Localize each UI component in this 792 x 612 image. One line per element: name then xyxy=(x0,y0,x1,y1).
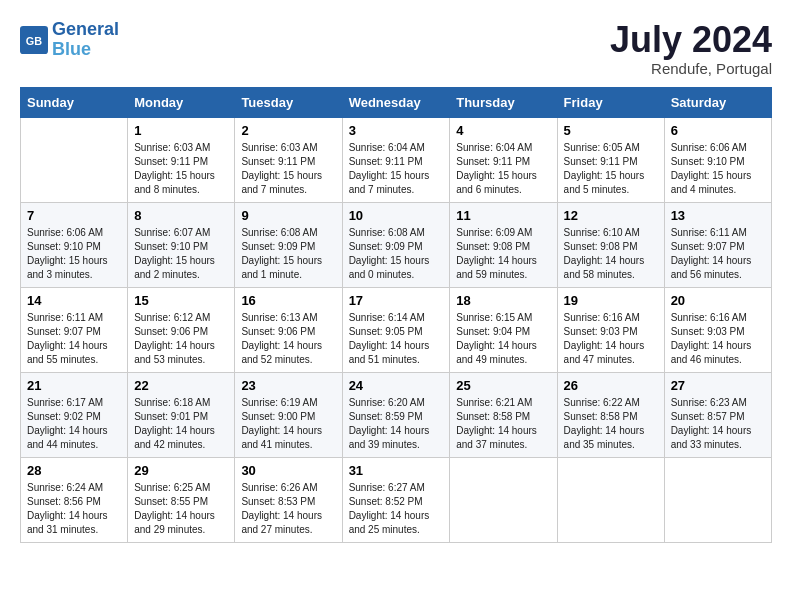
day-number: 6 xyxy=(671,123,765,138)
day-number: 2 xyxy=(241,123,335,138)
weekday-row: SundayMondayTuesdayWednesdayThursdayFrid… xyxy=(21,87,772,117)
month-title: July 2024 xyxy=(610,20,772,60)
day-info: Sunrise: 6:14 AMSunset: 9:05 PMDaylight:… xyxy=(349,311,444,367)
day-number: 15 xyxy=(134,293,228,308)
weekday-header-thursday: Thursday xyxy=(450,87,557,117)
calendar-cell: 20Sunrise: 6:16 AMSunset: 9:03 PMDayligh… xyxy=(664,287,771,372)
calendar-cell: 30Sunrise: 6:26 AMSunset: 8:53 PMDayligh… xyxy=(235,457,342,542)
day-info: Sunrise: 6:06 AMSunset: 9:10 PMDaylight:… xyxy=(671,141,765,197)
weekday-header-sunday: Sunday xyxy=(21,87,128,117)
day-info: Sunrise: 6:08 AMSunset: 9:09 PMDaylight:… xyxy=(349,226,444,282)
calendar-cell: 18Sunrise: 6:15 AMSunset: 9:04 PMDayligh… xyxy=(450,287,557,372)
logo-icon: GB xyxy=(20,26,48,54)
day-info: Sunrise: 6:08 AMSunset: 9:09 PMDaylight:… xyxy=(241,226,335,282)
calendar-week-row: 7Sunrise: 6:06 AMSunset: 9:10 PMDaylight… xyxy=(21,202,772,287)
day-number: 1 xyxy=(134,123,228,138)
calendar-cell: 8Sunrise: 6:07 AMSunset: 9:10 PMDaylight… xyxy=(128,202,235,287)
day-info: Sunrise: 6:04 AMSunset: 9:11 PMDaylight:… xyxy=(456,141,550,197)
calendar-cell: 29Sunrise: 6:25 AMSunset: 8:55 PMDayligh… xyxy=(128,457,235,542)
day-number: 5 xyxy=(564,123,658,138)
day-info: Sunrise: 6:17 AMSunset: 9:02 PMDaylight:… xyxy=(27,396,121,452)
day-number: 24 xyxy=(349,378,444,393)
day-number: 31 xyxy=(349,463,444,478)
calendar-cell: 14Sunrise: 6:11 AMSunset: 9:07 PMDayligh… xyxy=(21,287,128,372)
day-info: Sunrise: 6:20 AMSunset: 8:59 PMDaylight:… xyxy=(349,396,444,452)
calendar-cell: 3Sunrise: 6:04 AMSunset: 9:11 PMDaylight… xyxy=(342,117,450,202)
day-info: Sunrise: 6:24 AMSunset: 8:56 PMDaylight:… xyxy=(27,481,121,537)
calendar-cell: 1Sunrise: 6:03 AMSunset: 9:11 PMDaylight… xyxy=(128,117,235,202)
day-info: Sunrise: 6:12 AMSunset: 9:06 PMDaylight:… xyxy=(134,311,228,367)
weekday-header-friday: Friday xyxy=(557,87,664,117)
day-number: 19 xyxy=(564,293,658,308)
day-info: Sunrise: 6:16 AMSunset: 9:03 PMDaylight:… xyxy=(671,311,765,367)
calendar-cell: 13Sunrise: 6:11 AMSunset: 9:07 PMDayligh… xyxy=(664,202,771,287)
calendar-cell: 4Sunrise: 6:04 AMSunset: 9:11 PMDaylight… xyxy=(450,117,557,202)
day-info: Sunrise: 6:19 AMSunset: 9:00 PMDaylight:… xyxy=(241,396,335,452)
day-info: Sunrise: 6:04 AMSunset: 9:11 PMDaylight:… xyxy=(349,141,444,197)
calendar-cell: 17Sunrise: 6:14 AMSunset: 9:05 PMDayligh… xyxy=(342,287,450,372)
calendar-cell xyxy=(21,117,128,202)
day-number: 17 xyxy=(349,293,444,308)
day-info: Sunrise: 6:18 AMSunset: 9:01 PMDaylight:… xyxy=(134,396,228,452)
day-number: 3 xyxy=(349,123,444,138)
day-number: 26 xyxy=(564,378,658,393)
calendar-cell: 31Sunrise: 6:27 AMSunset: 8:52 PMDayligh… xyxy=(342,457,450,542)
day-info: Sunrise: 6:05 AMSunset: 9:11 PMDaylight:… xyxy=(564,141,658,197)
calendar-cell: 11Sunrise: 6:09 AMSunset: 9:08 PMDayligh… xyxy=(450,202,557,287)
calendar-cell: 7Sunrise: 6:06 AMSunset: 9:10 PMDaylight… xyxy=(21,202,128,287)
day-number: 8 xyxy=(134,208,228,223)
day-info: Sunrise: 6:10 AMSunset: 9:08 PMDaylight:… xyxy=(564,226,658,282)
title-block: July 2024 Rendufe, Portugal xyxy=(610,20,772,77)
day-info: Sunrise: 6:11 AMSunset: 9:07 PMDaylight:… xyxy=(27,311,121,367)
location-subtitle: Rendufe, Portugal xyxy=(610,60,772,77)
calendar-week-row: 21Sunrise: 6:17 AMSunset: 9:02 PMDayligh… xyxy=(21,372,772,457)
calendar-table: SundayMondayTuesdayWednesdayThursdayFrid… xyxy=(20,87,772,543)
logo: GB GeneralBlue xyxy=(20,20,119,60)
weekday-header-wednesday: Wednesday xyxy=(342,87,450,117)
day-number: 25 xyxy=(456,378,550,393)
calendar-cell: 9Sunrise: 6:08 AMSunset: 9:09 PMDaylight… xyxy=(235,202,342,287)
calendar-header: SundayMondayTuesdayWednesdayThursdayFrid… xyxy=(21,87,772,117)
day-info: Sunrise: 6:03 AMSunset: 9:11 PMDaylight:… xyxy=(134,141,228,197)
calendar-cell: 21Sunrise: 6:17 AMSunset: 9:02 PMDayligh… xyxy=(21,372,128,457)
calendar-cell: 23Sunrise: 6:19 AMSunset: 9:00 PMDayligh… xyxy=(235,372,342,457)
calendar-cell: 24Sunrise: 6:20 AMSunset: 8:59 PMDayligh… xyxy=(342,372,450,457)
day-number: 4 xyxy=(456,123,550,138)
day-number: 18 xyxy=(456,293,550,308)
day-info: Sunrise: 6:23 AMSunset: 8:57 PMDaylight:… xyxy=(671,396,765,452)
calendar-cell: 16Sunrise: 6:13 AMSunset: 9:06 PMDayligh… xyxy=(235,287,342,372)
day-info: Sunrise: 6:21 AMSunset: 8:58 PMDaylight:… xyxy=(456,396,550,452)
day-info: Sunrise: 6:27 AMSunset: 8:52 PMDaylight:… xyxy=(349,481,444,537)
day-info: Sunrise: 6:03 AMSunset: 9:11 PMDaylight:… xyxy=(241,141,335,197)
calendar-cell: 15Sunrise: 6:12 AMSunset: 9:06 PMDayligh… xyxy=(128,287,235,372)
calendar-week-row: 1Sunrise: 6:03 AMSunset: 9:11 PMDaylight… xyxy=(21,117,772,202)
day-number: 27 xyxy=(671,378,765,393)
calendar-cell: 5Sunrise: 6:05 AMSunset: 9:11 PMDaylight… xyxy=(557,117,664,202)
svg-text:GB: GB xyxy=(26,34,42,46)
day-info: Sunrise: 6:15 AMSunset: 9:04 PMDaylight:… xyxy=(456,311,550,367)
calendar-cell: 22Sunrise: 6:18 AMSunset: 9:01 PMDayligh… xyxy=(128,372,235,457)
calendar-body: 1Sunrise: 6:03 AMSunset: 9:11 PMDaylight… xyxy=(21,117,772,542)
day-number: 13 xyxy=(671,208,765,223)
day-number: 11 xyxy=(456,208,550,223)
day-number: 16 xyxy=(241,293,335,308)
day-info: Sunrise: 6:26 AMSunset: 8:53 PMDaylight:… xyxy=(241,481,335,537)
day-info: Sunrise: 6:13 AMSunset: 9:06 PMDaylight:… xyxy=(241,311,335,367)
day-info: Sunrise: 6:11 AMSunset: 9:07 PMDaylight:… xyxy=(671,226,765,282)
day-number: 30 xyxy=(241,463,335,478)
calendar-cell: 25Sunrise: 6:21 AMSunset: 8:58 PMDayligh… xyxy=(450,372,557,457)
day-info: Sunrise: 6:06 AMSunset: 9:10 PMDaylight:… xyxy=(27,226,121,282)
calendar-week-row: 28Sunrise: 6:24 AMSunset: 8:56 PMDayligh… xyxy=(21,457,772,542)
logo-text: GeneralBlue xyxy=(52,20,119,60)
calendar-cell xyxy=(664,457,771,542)
calendar-cell: 19Sunrise: 6:16 AMSunset: 9:03 PMDayligh… xyxy=(557,287,664,372)
calendar-cell: 6Sunrise: 6:06 AMSunset: 9:10 PMDaylight… xyxy=(664,117,771,202)
calendar-cell: 12Sunrise: 6:10 AMSunset: 9:08 PMDayligh… xyxy=(557,202,664,287)
day-number: 23 xyxy=(241,378,335,393)
calendar-cell: 27Sunrise: 6:23 AMSunset: 8:57 PMDayligh… xyxy=(664,372,771,457)
day-info: Sunrise: 6:25 AMSunset: 8:55 PMDaylight:… xyxy=(134,481,228,537)
calendar-cell xyxy=(450,457,557,542)
day-number: 20 xyxy=(671,293,765,308)
calendar-cell: 28Sunrise: 6:24 AMSunset: 8:56 PMDayligh… xyxy=(21,457,128,542)
calendar-cell: 10Sunrise: 6:08 AMSunset: 9:09 PMDayligh… xyxy=(342,202,450,287)
